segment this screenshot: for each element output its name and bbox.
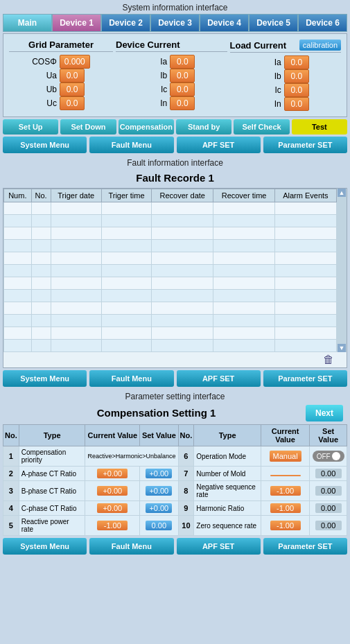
param-type-right: Zero sequence rate [194, 516, 261, 536]
fault-col-trigtime: Triger time [101, 189, 151, 202]
ua-value: 0.0 [60, 69, 85, 82]
tab-main[interactable]: Main [3, 14, 52, 32]
param-type-left: B-phase CT Ratio [19, 481, 85, 501]
param-type-right: Number of Mold [194, 467, 261, 481]
apf-set-button-1[interactable]: APF SET [177, 137, 261, 153]
fault-cell [51, 315, 101, 327]
param-set-button-1[interactable]: Parameter SET [263, 137, 347, 153]
fault-cell [152, 215, 213, 227]
fault-cell [31, 240, 51, 252]
fault-cell [101, 340, 151, 352]
tab-device1[interactable]: Device 1 [52, 14, 101, 32]
fault-cell [31, 290, 51, 302]
tab-device3[interactable]: Device 3 [150, 14, 200, 32]
system-menu-button-3[interactable]: System Menu [3, 538, 87, 555]
setdown-button[interactable]: Set Down [60, 119, 116, 134]
uc-value: 0.0 [60, 96, 85, 110]
param-no-right: 9 [178, 501, 194, 516]
param-cv-right: -1.00 [261, 481, 309, 501]
fault-cell [152, 290, 213, 302]
param-sv-right[interactable]: OFF [310, 446, 347, 467]
fault-menu-button-1[interactable]: Fault Menu [89, 137, 173, 153]
setup-button[interactable]: Set Up [3, 119, 58, 134]
dc-ia-value: 0.0 [170, 55, 195, 69]
fault-cell [4, 315, 32, 327]
fault-cell [274, 252, 336, 265]
param-cv-right: Manual [261, 446, 309, 467]
fault-cell [51, 227, 101, 240]
compensation-button[interactable]: Compensation [119, 119, 174, 134]
fault-cell [213, 265, 274, 277]
tab-device4[interactable]: Device 4 [200, 14, 249, 32]
scroll-up-button[interactable]: ▲ [338, 189, 346, 197]
system-menu-button-1[interactable]: System Menu [3, 137, 87, 153]
trash-icon[interactable]: 🗑 [3, 352, 347, 367]
fault-cell [31, 302, 51, 315]
fault-cell [213, 302, 274, 315]
dc-ib-value: 0.0 [170, 69, 195, 82]
fault-cell [51, 202, 101, 215]
fault-cell [4, 240, 32, 252]
lc-in-row: In 0.0 [230, 97, 342, 111]
tab-device6[interactable]: Device 6 [298, 14, 347, 32]
param-sv-left: 0.00 [140, 516, 178, 536]
fault-cell [213, 227, 274, 240]
fault-menu-button-2[interactable]: Fault Menu [89, 370, 173, 387]
dc-in-value: 0.0 [170, 96, 195, 110]
fault-cell [51, 340, 101, 352]
fault-menu-button-3[interactable]: Fault Menu [89, 538, 173, 555]
param-no-left: 1 [3, 446, 19, 467]
fault-cell [31, 327, 51, 340]
param-no-right: 7 [178, 467, 194, 481]
lc-ib-value: 0.0 [284, 69, 309, 83]
param-no-right: 8 [178, 481, 194, 501]
lc-ic-label: Ic [262, 85, 281, 95]
device-current-title: Device Current [116, 40, 180, 50]
fault-cell [4, 202, 32, 215]
tab-device5[interactable]: Device 5 [249, 14, 298, 32]
selfcheck-button[interactable]: Self Check [234, 119, 289, 134]
dc-ib-label: Ib [148, 71, 167, 80]
tab-device2[interactable]: Device 2 [101, 14, 150, 32]
param-type-left: A-phase CT Ratio [19, 467, 85, 481]
scroll-down-button[interactable]: ▼ [338, 344, 346, 352]
param-no-left: 5 [3, 516, 19, 536]
fault-record-title: Fault Recorde 1 [0, 169, 350, 186]
fault-cell [274, 340, 336, 352]
test-button[interactable]: Test [292, 119, 347, 134]
fault-cell [101, 290, 151, 302]
standby-button[interactable]: Stand by [176, 119, 231, 134]
param-set-button-3[interactable]: Parameter SET [263, 538, 347, 555]
fault-cell [152, 327, 213, 340]
next-button[interactable]: Next [306, 405, 343, 421]
fault-cell [213, 277, 274, 290]
fault-cell [101, 265, 151, 277]
ph-sv1: Set Value [140, 425, 178, 446]
fault-cell [101, 252, 151, 265]
action-buttons-row: Set Up Set Down Compensation Stand by Se… [3, 119, 347, 134]
fault-cell [4, 340, 32, 352]
cosf-value: 0.000 [60, 55, 90, 69]
fault-cell [31, 202, 51, 215]
calibration-button[interactable]: calibration [299, 40, 341, 51]
param-type-left: Reactive power rate [19, 516, 85, 536]
apf-set-button-2[interactable]: APF SET [177, 370, 261, 387]
system-menu-button-2[interactable]: System Menu [3, 370, 87, 387]
param-no-left: 3 [3, 481, 19, 501]
lc-ia-row: Ia 0.0 [230, 55, 342, 69]
param-type-left: C-phase CT Ratio [19, 501, 85, 516]
lc-in-label: In [262, 99, 281, 109]
fault-cell [213, 340, 274, 352]
dc-ia-row: Ia 0.0 [116, 55, 227, 69]
menu-row-2: System Menu Fault Menu APF SET Parameter… [3, 370, 347, 387]
apf-set-button-3[interactable]: APF SET [177, 538, 261, 555]
ub-row: Ub 0.0 [9, 82, 113, 96]
fault-cell [51, 252, 101, 265]
section2-label: Fault information interface [0, 155, 350, 169]
param-title: Compensation Setting 1 [7, 404, 306, 421]
fault-cell [274, 277, 336, 290]
fault-cell [4, 302, 32, 315]
lc-ic-value: 0.0 [284, 83, 309, 97]
param-sv-right: 0.00 [310, 501, 347, 516]
param-set-button-2[interactable]: Parameter SET [263, 370, 347, 387]
